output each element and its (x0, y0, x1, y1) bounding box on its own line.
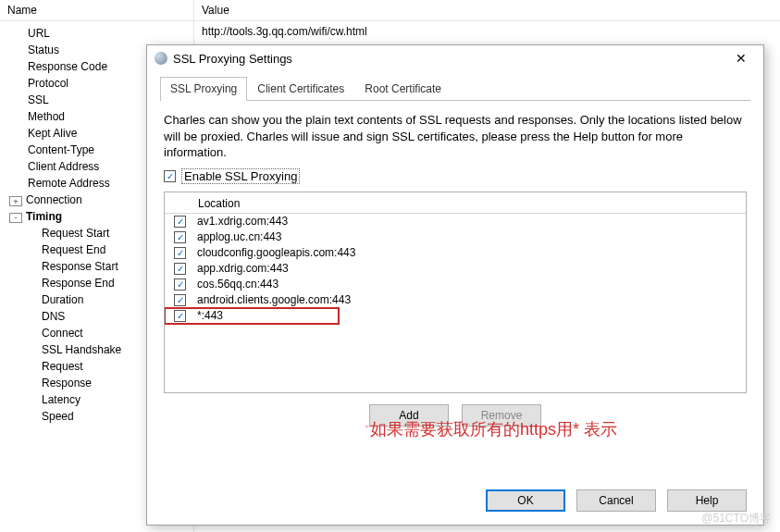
add-button[interactable]: Add (369, 404, 449, 427)
list-item[interactable]: ✓cos.56qq.cn:443 (165, 277, 746, 292)
watermark: @51CTO博客 (701, 511, 771, 526)
checkbox-icon[interactable]: ✓ (174, 216, 186, 228)
checkbox-icon[interactable]: ✓ (174, 263, 186, 275)
location-text: av1.xdrig.com:443 (197, 215, 288, 228)
list-item-wildcard[interactable]: ✓*:443 (165, 308, 339, 324)
tab-bar: SSL Proxying Client Certificates Root Ce… (160, 77, 750, 101)
enable-ssl-proxying-checkbox[interactable]: ✓ (164, 170, 176, 182)
ssl-proxying-settings-dialog: SSL Proxying Settings ✕ SSL Proxying Cli… (146, 44, 764, 526)
description-text: Charles can show you the plain text cont… (147, 101, 763, 167)
url-value: http://tools.3g.qq.com/wifi/cw.html (194, 21, 780, 42)
tree-url[interactable]: URL (0, 25, 193, 42)
locations-header: Location (165, 192, 746, 214)
checkbox-icon[interactable]: ✓ (174, 278, 186, 291)
tab-client-certificates[interactable]: Client Certificates (247, 77, 354, 101)
close-icon[interactable]: ✕ (726, 51, 756, 66)
tab-ssl-proxying[interactable]: SSL Proxying (160, 77, 247, 101)
dialog-title: SSL Proxying Settings (173, 52, 292, 66)
location-text: cos.56qq.cn:443 (197, 278, 279, 291)
list-item[interactable]: ✓android.clients.google.com:443 (165, 292, 746, 308)
list-item[interactable]: ✓applog.uc.cn:443 (165, 229, 746, 245)
checkbox-icon[interactable]: ✓ (174, 231, 186, 243)
list-item[interactable]: ✓app.xdrig.com:443 (165, 261, 746, 277)
column-value-header: Value (194, 0, 780, 21)
list-item[interactable]: ✓cloudconfig.googleapis.com:443 (165, 245, 746, 261)
expand-icon[interactable]: + (9, 196, 22, 206)
location-text: cloudconfig.googleapis.com:443 (197, 246, 355, 259)
location-text: *:443 (197, 309, 223, 322)
locations-list: Location ✓av1.xdrig.com:443 ✓applog.uc.c… (164, 192, 747, 393)
checkbox-icon[interactable]: ✓ (174, 294, 186, 306)
checkbox-icon[interactable]: ✓ (174, 310, 186, 322)
list-item[interactable]: ✓av1.xdrig.com:443 (165, 214, 746, 229)
dialog-titlebar[interactable]: SSL Proxying Settings ✕ (147, 45, 763, 71)
cancel-button[interactable]: Cancel (576, 489, 656, 512)
remove-button[interactable]: Remove (462, 404, 541, 427)
location-text: android.clients.google.com:443 (197, 293, 351, 306)
location-text: applog.uc.cn:443 (197, 230, 281, 243)
collapse-icon[interactable]: - (9, 213, 22, 223)
enable-ssl-proxying-label: Enable SSL Proxying (181, 168, 300, 184)
help-button[interactable]: Help (667, 489, 747, 512)
tree-label: Connection (26, 193, 82, 206)
tree-label: Timing (26, 210, 62, 223)
column-name-header: Name (0, 0, 193, 21)
ok-button[interactable]: OK (486, 489, 565, 512)
tab-root-certificate[interactable]: Root Certificate (354, 77, 452, 101)
location-text: app.xdrig.com:443 (197, 262, 289, 275)
app-icon (155, 52, 167, 65)
checkbox-icon[interactable]: ✓ (174, 247, 186, 259)
